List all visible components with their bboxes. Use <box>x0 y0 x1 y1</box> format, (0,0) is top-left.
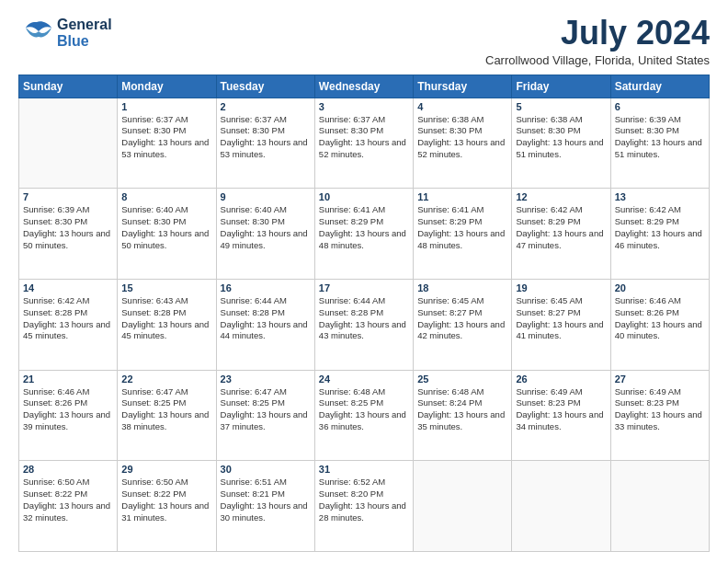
col-saturday: Saturday <box>610 75 709 98</box>
day-info: Sunrise: 6:50 AM Sunset: 8:22 PM Dayligh… <box>121 477 211 523</box>
calendar-cell <box>610 461 709 552</box>
day-number: 24 <box>319 373 409 385</box>
calendar-cell: 11Sunrise: 6:41 AM Sunset: 8:29 PM Dayli… <box>414 189 512 280</box>
calendar-cell: 17Sunrise: 6:44 AM Sunset: 8:28 PM Dayli… <box>314 279 413 370</box>
calendar-cell: 12Sunrise: 6:42 AM Sunset: 8:29 PM Dayli… <box>512 189 610 280</box>
logo-icon <box>18 15 55 52</box>
day-info: Sunrise: 6:39 AM Sunset: 8:30 PM Dayligh… <box>23 204 113 251</box>
day-number: 26 <box>516 373 606 385</box>
calendar-cell: 22Sunrise: 6:47 AM Sunset: 8:25 PM Dayli… <box>118 370 216 461</box>
day-info: Sunrise: 6:52 AM Sunset: 8:20 PM Dayligh… <box>319 477 409 523</box>
day-number: 6 <box>615 101 705 112</box>
calendar-week-1: 7Sunrise: 6:39 AM Sunset: 8:30 PM Daylig… <box>19 189 710 280</box>
calendar-cell <box>512 461 610 552</box>
calendar-cell: 27Sunrise: 6:49 AM Sunset: 8:23 PM Dayli… <box>610 370 709 461</box>
day-number: 9 <box>221 191 311 202</box>
title-block: July 2024 Carrollwood Village, Florida, … <box>485 15 710 67</box>
calendar-cell: 24Sunrise: 6:48 AM Sunset: 8:25 PM Dayli… <box>314 370 413 461</box>
col-wednesday: Wednesday <box>314 75 413 98</box>
day-info: Sunrise: 6:44 AM Sunset: 8:28 PM Dayligh… <box>221 295 311 342</box>
day-info: Sunrise: 6:50 AM Sunset: 8:22 PM Dayligh… <box>23 477 113 523</box>
day-number: 19 <box>516 282 606 293</box>
day-number: 18 <box>417 282 507 293</box>
calendar-cell: 15Sunrise: 6:43 AM Sunset: 8:28 PM Dayli… <box>118 279 216 370</box>
calendar-cell <box>414 461 512 552</box>
calendar-cell: 7Sunrise: 6:39 AM Sunset: 8:30 PM Daylig… <box>19 189 118 280</box>
day-info: Sunrise: 6:40 AM Sunset: 8:30 PM Dayligh… <box>221 204 311 251</box>
day-info: Sunrise: 6:41 AM Sunset: 8:29 PM Dayligh… <box>417 204 507 251</box>
day-number: 2 <box>221 101 311 112</box>
header: General Blue July 2024 Carrollwood Villa… <box>18 15 710 67</box>
calendar-cell: 4Sunrise: 6:38 AM Sunset: 8:30 PM Daylig… <box>414 98 512 189</box>
day-number: 31 <box>319 464 409 475</box>
day-info: Sunrise: 6:40 AM Sunset: 8:30 PM Dayligh… <box>121 204 211 251</box>
logo-general-text: General <box>57 17 112 33</box>
calendar-cell: 28Sunrise: 6:50 AM Sunset: 8:22 PM Dayli… <box>19 461 118 552</box>
day-info: Sunrise: 6:49 AM Sunset: 8:23 PM Dayligh… <box>615 386 705 433</box>
day-info: Sunrise: 6:44 AM Sunset: 8:28 PM Dayligh… <box>319 295 409 342</box>
calendar-cell: 20Sunrise: 6:46 AM Sunset: 8:26 PM Dayli… <box>610 279 709 370</box>
day-info: Sunrise: 6:46 AM Sunset: 8:26 PM Dayligh… <box>23 386 113 433</box>
day-info: Sunrise: 6:42 AM Sunset: 8:29 PM Dayligh… <box>516 204 606 251</box>
day-info: Sunrise: 6:37 AM Sunset: 8:30 PM Dayligh… <box>319 114 409 161</box>
calendar-cell: 30Sunrise: 6:51 AM Sunset: 8:21 PM Dayli… <box>216 461 314 552</box>
col-monday: Monday <box>118 75 216 98</box>
day-info: Sunrise: 6:46 AM Sunset: 8:26 PM Dayligh… <box>615 295 705 342</box>
day-number: 15 <box>121 282 211 293</box>
calendar-cell: 10Sunrise: 6:41 AM Sunset: 8:29 PM Dayli… <box>314 189 413 280</box>
day-info: Sunrise: 6:38 AM Sunset: 8:30 PM Dayligh… <box>516 114 606 161</box>
calendar-cell: 3Sunrise: 6:37 AM Sunset: 8:30 PM Daylig… <box>314 98 413 189</box>
day-number: 23 <box>221 373 311 385</box>
day-number: 4 <box>417 101 507 112</box>
day-number: 10 <box>319 191 409 202</box>
day-number: 29 <box>121 464 211 475</box>
calendar-cell <box>19 98 118 189</box>
day-info: Sunrise: 6:37 AM Sunset: 8:30 PM Dayligh… <box>221 114 311 161</box>
calendar-cell: 26Sunrise: 6:49 AM Sunset: 8:23 PM Dayli… <box>512 370 610 461</box>
location: Carrollwood Village, Florida, United Sta… <box>485 53 710 67</box>
day-number: 16 <box>221 282 311 293</box>
calendar-cell: 1Sunrise: 6:37 AM Sunset: 8:30 PM Daylig… <box>118 98 216 189</box>
day-number: 11 <box>417 191 507 202</box>
calendar-week-0: 1Sunrise: 6:37 AM Sunset: 8:30 PM Daylig… <box>19 98 710 189</box>
calendar-cell: 9Sunrise: 6:40 AM Sunset: 8:30 PM Daylig… <box>216 189 314 280</box>
day-number: 5 <box>516 101 606 112</box>
day-number: 8 <box>121 191 211 202</box>
day-info: Sunrise: 6:45 AM Sunset: 8:27 PM Dayligh… <box>417 295 507 342</box>
logo-words: General Blue <box>57 17 112 49</box>
day-info: Sunrise: 6:38 AM Sunset: 8:30 PM Dayligh… <box>417 114 507 161</box>
col-thursday: Thursday <box>414 75 512 98</box>
calendar-cell: 6Sunrise: 6:39 AM Sunset: 8:30 PM Daylig… <box>610 98 709 189</box>
col-sunday: Sunday <box>19 75 118 98</box>
day-info: Sunrise: 6:39 AM Sunset: 8:30 PM Dayligh… <box>615 114 705 161</box>
day-info: Sunrise: 6:42 AM Sunset: 8:29 PM Dayligh… <box>615 204 705 251</box>
day-info: Sunrise: 6:48 AM Sunset: 8:25 PM Dayligh… <box>319 386 409 433</box>
logo-blue-text: Blue <box>57 33 112 50</box>
day-number: 28 <box>23 464 113 475</box>
day-number: 20 <box>615 282 705 293</box>
day-number: 30 <box>221 464 311 475</box>
calendar-week-2: 14Sunrise: 6:42 AM Sunset: 8:28 PM Dayli… <box>19 279 710 370</box>
day-number: 22 <box>121 373 211 385</box>
day-number: 3 <box>319 101 409 112</box>
col-tuesday: Tuesday <box>216 75 314 98</box>
calendar-cell: 18Sunrise: 6:45 AM Sunset: 8:27 PM Dayli… <box>414 279 512 370</box>
day-info: Sunrise: 6:47 AM Sunset: 8:25 PM Dayligh… <box>221 386 311 433</box>
calendar-header-row: Sunday Monday Tuesday Wednesday Thursday… <box>19 75 710 98</box>
calendar-cell: 13Sunrise: 6:42 AM Sunset: 8:29 PM Dayli… <box>610 189 709 280</box>
day-info: Sunrise: 6:37 AM Sunset: 8:30 PM Dayligh… <box>121 114 211 161</box>
calendar-body: 1Sunrise: 6:37 AM Sunset: 8:30 PM Daylig… <box>19 98 710 551</box>
calendar-week-4: 28Sunrise: 6:50 AM Sunset: 8:22 PM Dayli… <box>19 461 710 552</box>
day-number: 14 <box>23 282 113 293</box>
day-number: 1 <box>121 101 211 112</box>
day-info: Sunrise: 6:48 AM Sunset: 8:24 PM Dayligh… <box>417 386 507 433</box>
calendar-cell: 31Sunrise: 6:52 AM Sunset: 8:20 PM Dayli… <box>314 461 413 552</box>
logo: General Blue <box>18 15 112 52</box>
day-number: 25 <box>417 373 507 385</box>
calendar-cell: 16Sunrise: 6:44 AM Sunset: 8:28 PM Dayli… <box>216 279 314 370</box>
calendar-cell: 2Sunrise: 6:37 AM Sunset: 8:30 PM Daylig… <box>216 98 314 189</box>
day-info: Sunrise: 6:49 AM Sunset: 8:23 PM Dayligh… <box>516 386 606 433</box>
day-number: 17 <box>319 282 409 293</box>
calendar-cell: 29Sunrise: 6:50 AM Sunset: 8:22 PM Dayli… <box>118 461 216 552</box>
calendar-week-3: 21Sunrise: 6:46 AM Sunset: 8:26 PM Dayli… <box>19 370 710 461</box>
